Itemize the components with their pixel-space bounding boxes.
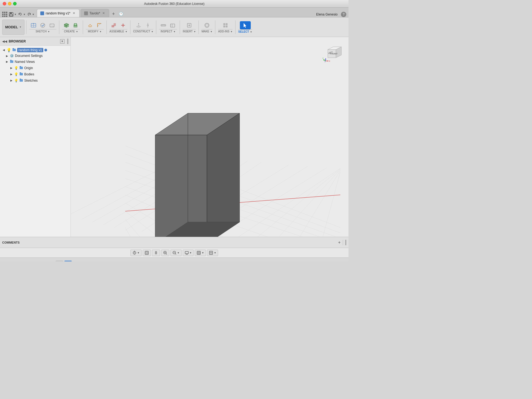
close-button[interactable] xyxy=(3,2,6,5)
playback-bar: ⏮ ⏪ ▶ ⏩ ⏭ xyxy=(0,257,348,261)
comments-bar: COMMENTS + xyxy=(0,237,348,248)
playback-prev-button[interactable]: ⏪ xyxy=(14,261,21,262)
tree-doc-settings[interactable]: ▶ ⚙️ Document Settings xyxy=(0,53,71,59)
tree-named-views[interactable]: ▶ Named Views xyxy=(0,59,71,65)
sketch-finish-icon xyxy=(39,22,46,29)
tree-origin[interactable]: ▶ 💡 Origin xyxy=(0,65,71,71)
sketch-rect-button[interactable] xyxy=(48,22,56,29)
tree-bodies[interactable]: ▶ 💡 Bodies xyxy=(0,71,71,77)
tab-doc-icon-2 xyxy=(84,11,88,15)
addins-dropdown-arrow: ▼ xyxy=(230,30,233,33)
tree-doc-settings-label: Document Settings xyxy=(15,54,68,58)
grid-canvas xyxy=(71,37,348,237)
root-doc-label: random thing v1 xyxy=(17,48,43,52)
assemble-joint-button[interactable] xyxy=(119,22,127,29)
sketch-finish-button[interactable] xyxy=(38,22,47,29)
snap-tool-button[interactable]: ▼ xyxy=(207,250,218,256)
svg-marker-103 xyxy=(328,60,329,62)
main-area: ◀◀ BROWSER ≡ ◀ 💡 random thing v1 ▶ ⚙️ Do… xyxy=(0,37,348,237)
zoom-out-icon xyxy=(172,251,177,255)
grid-dropdown: ▼ xyxy=(201,251,204,254)
select-button[interactable] xyxy=(240,21,251,29)
minimize-button[interactable] xyxy=(8,2,11,5)
tree-arrow-doc-settings: ▶ xyxy=(5,54,9,57)
display-mode-button[interactable]: ▼ xyxy=(183,250,194,256)
undo-button[interactable]: ▼ xyxy=(18,12,26,17)
construct-axis-button[interactable] xyxy=(143,22,152,29)
display-mode-icon xyxy=(185,251,189,255)
tree-gear-icon: ⚙️ xyxy=(10,54,14,58)
tab-close-2[interactable]: ✕ xyxy=(102,11,106,15)
save-icon xyxy=(9,12,14,17)
tree-folder-bodies-icon xyxy=(19,72,23,76)
addins-button[interactable] xyxy=(221,22,230,29)
construct-label: CONSTRUCT xyxy=(133,30,150,33)
tab-right-area: Elena Genesio ? xyxy=(316,12,346,17)
maximize-button[interactable] xyxy=(13,2,17,5)
modify-fillet-button[interactable] xyxy=(95,22,104,29)
redo-button[interactable]: ▼ xyxy=(27,12,35,17)
save-dropdown-button[interactable]: ▼ xyxy=(9,12,17,17)
playback-icon-3d[interactable] xyxy=(64,261,72,262)
tab-tavolo[interactable]: Tavolo* ✕ xyxy=(81,9,109,17)
tree-sketches[interactable]: ▶ 💡 Sketches xyxy=(0,77,71,84)
svg-rect-45 xyxy=(223,25,225,27)
zoom-in-tool-button[interactable] xyxy=(161,250,169,256)
app-grid-icon[interactable] xyxy=(2,12,8,17)
svg-rect-2 xyxy=(10,14,13,16)
make-button[interactable] xyxy=(203,22,211,29)
tree-folder-root xyxy=(12,48,16,52)
make-label: MAKE xyxy=(201,30,209,33)
insert-button[interactable] xyxy=(185,22,194,29)
help-button[interactable]: ? xyxy=(341,12,346,17)
construct-section: CONSTRUCT ▼ xyxy=(132,21,154,33)
svg-rect-113 xyxy=(145,251,148,254)
zoom-out-tool-button[interactable]: ▼ xyxy=(170,250,182,256)
sketch-2d-button[interactable] xyxy=(29,22,38,29)
viewport[interactable]: FRONT LEFT Z X Y xyxy=(71,37,348,237)
view-cube[interactable]: FRONT LEFT Z X Y xyxy=(322,41,344,63)
viewport-tools-bar: ▼ ▼ xyxy=(0,248,348,257)
pan-tool-button[interactable] xyxy=(152,250,160,256)
settings-gear-button[interactable] xyxy=(338,261,344,262)
playback-first-button[interactable]: ⏮ xyxy=(4,261,11,262)
make-section: MAKE ▼ xyxy=(200,21,213,33)
root-active-dot xyxy=(44,49,47,51)
insert-dropdown-arrow: ▼ xyxy=(194,30,196,33)
new-tab-button[interactable]: + xyxy=(110,11,117,17)
tree-sketches-label: Sketches xyxy=(24,79,68,82)
tree-light-root: 💡 xyxy=(7,48,11,52)
tree-root-item[interactable]: ◀ 💡 random thing v1 xyxy=(0,47,71,53)
playback-last-button[interactable]: ⏭ xyxy=(44,261,50,262)
tab-random-thing[interactable]: random thing v1* ✕ xyxy=(37,9,80,17)
svg-marker-47 xyxy=(244,23,246,27)
create-extrude-button[interactable] xyxy=(71,22,80,29)
inspect-section-button[interactable] xyxy=(168,22,177,29)
model-dropdown-button[interactable]: MODEL ▼ xyxy=(2,20,25,35)
assemble-new-comp-button[interactable] xyxy=(109,22,118,29)
sidebar-settings-button[interactable]: ≡ xyxy=(60,39,65,44)
sidebar-collapse-button[interactable]: ◀◀ xyxy=(2,39,7,43)
grid-tool-button[interactable]: ▼ xyxy=(195,250,206,256)
orbit-tool-button[interactable]: ▼ xyxy=(130,250,142,256)
comments-collapse-handle[interactable] xyxy=(345,240,346,245)
create-box-button[interactable] xyxy=(62,22,71,29)
toolbar: MODEL ▼ xyxy=(0,17,348,37)
svg-rect-44 xyxy=(225,23,227,25)
comments-add-button[interactable]: + xyxy=(338,240,341,245)
tab-history-button[interactable]: 🕐 xyxy=(118,11,124,17)
tab-close-1[interactable]: ✕ xyxy=(72,11,76,15)
construct-plane-button[interactable] xyxy=(134,22,143,29)
playback-play-button[interactable]: ▶ xyxy=(24,261,30,262)
toolbar-sep-8 xyxy=(198,20,199,34)
inspect-measure-button[interactable] xyxy=(159,22,168,29)
modify-press-pull-button[interactable] xyxy=(86,22,94,29)
snap-tool-icon xyxy=(209,251,213,255)
inspect-dropdown-arrow: ▼ xyxy=(173,30,176,33)
modify-press-pull-icon xyxy=(87,22,93,29)
playback-next-button[interactable]: ⏩ xyxy=(34,261,40,262)
fit-tool-button[interactable] xyxy=(143,250,151,256)
svg-rect-46 xyxy=(225,25,227,27)
playback-icon-sketch[interactable] xyxy=(56,261,63,262)
svg-rect-1 xyxy=(10,13,12,14)
